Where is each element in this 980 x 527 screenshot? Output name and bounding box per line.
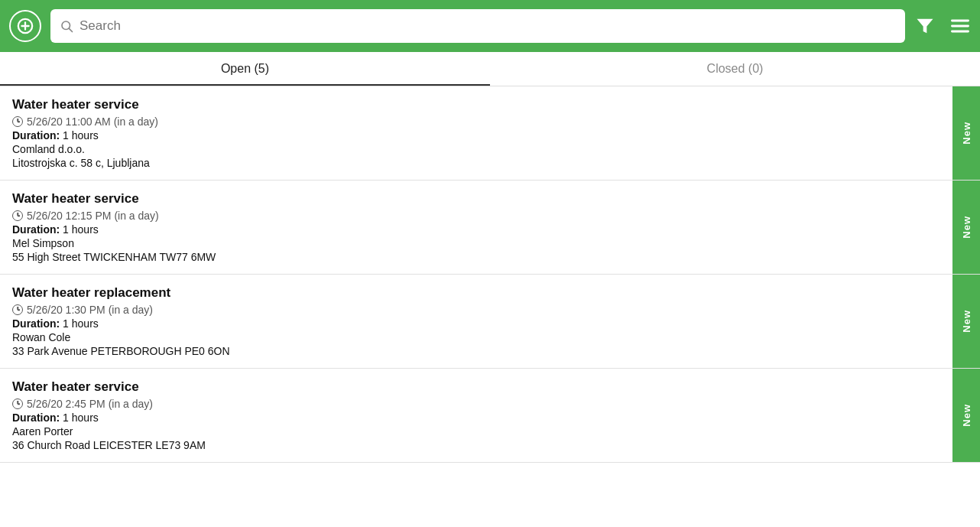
job-customer: Rowan Cole — [12, 331, 942, 343]
job-address: 36 Church Road LEICESTER LE73 9AM — [12, 439, 942, 451]
list-item[interactable]: Water heater replacement 5/26/20 1:30 PM… — [0, 275, 980, 369]
tab-open[interactable]: Open (5) — [0, 52, 490, 86]
clock-icon — [12, 304, 23, 315]
badge-label: New — [961, 404, 972, 427]
job-address: 55 High Street TWICKENHAM TW77 6MW — [12, 251, 942, 263]
search-input[interactable] — [80, 18, 896, 34]
job-title: Water heater service — [12, 191, 942, 207]
job-customer: Aaren Porter — [12, 425, 942, 438]
job-duration: Duration: 1 hours — [12, 317, 942, 330]
job-address: Litostrojska c. 58 c, Ljubljana — [12, 157, 942, 169]
list-item[interactable]: Water heater service 5/26/20 11:00 AM (i… — [0, 86, 980, 181]
filter-icon[interactable] — [914, 15, 936, 37]
job-datetime: 5/26/20 11:00 AM (in a day) — [12, 115, 942, 128]
job-list: Water heater service 5/26/20 11:00 AM (i… — [0, 86, 980, 527]
job-badge: New — [952, 369, 980, 462]
search-box — [50, 9, 905, 43]
clock-icon — [12, 399, 23, 409]
job-badge: New — [952, 275, 980, 368]
job-duration: Duration: 1 hours — [12, 412, 942, 424]
tabs: Open (5) Closed (0) — [0, 52, 980, 86]
svg-line-4 — [69, 28, 72, 31]
list-item[interactable]: Water heater service 5/26/20 12:15 PM (i… — [0, 181, 980, 275]
job-duration: Duration: 1 hours — [12, 129, 942, 142]
add-button[interactable] — [9, 10, 41, 42]
job-address: 33 Park Avenue PETERBOROUGH PE0 6ON — [12, 345, 942, 357]
job-title: Water heater replacement — [12, 285, 942, 301]
tab-closed[interactable]: Closed (0) — [490, 52, 980, 86]
job-datetime: 5/26/20 12:15 PM (in a day) — [12, 210, 942, 222]
job-badge: New — [952, 86, 980, 180]
menu-icon[interactable] — [949, 15, 971, 37]
clock-icon — [12, 116, 23, 127]
job-duration: Duration: 1 hours — [12, 223, 942, 236]
job-datetime: 5/26/20 2:45 PM (in a day) — [12, 398, 942, 410]
job-customer: Mel Simpson — [12, 237, 942, 249]
list-item[interactable]: Water heater service 5/26/20 2:45 PM (in… — [0, 369, 980, 463]
job-title: Water heater service — [12, 379, 942, 395]
job-badge: New — [952, 181, 980, 274]
job-title: Water heater service — [12, 97, 942, 112]
header-icons — [914, 15, 971, 37]
badge-label: New — [961, 310, 972, 333]
badge-label: New — [961, 122, 972, 145]
clock-icon — [12, 210, 23, 221]
header — [0, 0, 980, 52]
search-icon — [60, 19, 73, 33]
badge-label: New — [961, 216, 972, 239]
job-customer: Comland d.o.o. — [12, 143, 942, 155]
job-datetime: 5/26/20 1:30 PM (in a day) — [12, 304, 942, 316]
